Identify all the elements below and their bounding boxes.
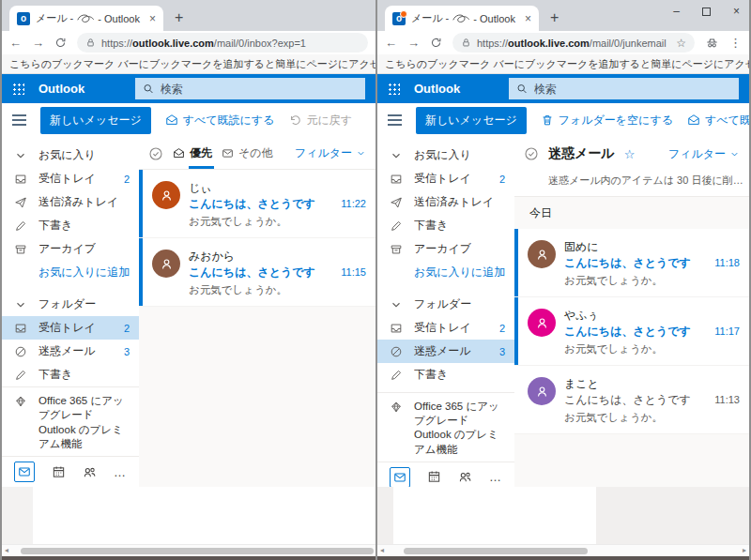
tab-other[interactable]: その他 (222, 145, 273, 169)
office365-upgrade-promo[interactable]: Office 365 にアップグレードOutlook のプレミアム機能 (2, 386, 139, 456)
desktop: o メール - - Outlook × + ← → https://outloo… (0, 0, 751, 560)
mark-all-read-button[interactable]: すべて既読にする (687, 113, 749, 129)
back-icon[interactable]: ← (9, 37, 22, 49)
scroll-left-icon[interactable]: ◂ (380, 546, 384, 554)
mail-module-icon[interactable] (14, 462, 35, 482)
horizontal-scrollbar[interactable]: ◂ ▸ (377, 544, 749, 556)
mail-module-icon[interactable] (390, 467, 410, 488)
message-row[interactable]: みおから こんにちは、さとうです 11:15 お元気でしょうか。 (139, 238, 376, 307)
sidebar-item-drafts-folder[interactable]: 下書き (2, 363, 139, 386)
browser-tab[interactable]: o メール - - Outlook × (385, 6, 539, 31)
sidebar-item-sent[interactable]: 送信済みトレイ (377, 190, 514, 214)
sidebar-item-inbox-folder[interactable]: 受信トレイ 2 (377, 316, 514, 340)
favorites-header[interactable]: お気に入り (377, 144, 514, 167)
scroll-right-icon[interactable]: ▸ (743, 546, 746, 554)
browser-tab[interactable]: o メール - - Outlook × (9, 6, 163, 31)
sidebar-item-drafts-folder[interactable]: 下書き (377, 363, 514, 386)
person-icon (160, 257, 174, 271)
filter-button[interactable]: フィルター (668, 146, 740, 162)
search-input[interactable] (534, 83, 731, 96)
select-all-icon[interactable] (524, 146, 539, 161)
tab-focused[interactable]: 優先 (173, 145, 212, 169)
new-tab-button[interactable]: + (175, 10, 183, 25)
blocked-icon (390, 345, 403, 358)
sidebar-item-drafts[interactable]: 下書き (2, 214, 139, 237)
unread-count: 2 (499, 323, 505, 334)
trash-icon (541, 114, 554, 127)
minimize-icon[interactable]: – (673, 5, 680, 18)
sidebar-item-archive[interactable]: アーカイブ (377, 237, 514, 261)
search-box[interactable] (509, 78, 739, 99)
favorite-star-icon[interactable]: ☆ (624, 147, 636, 161)
app-launcher-icon[interactable] (388, 83, 400, 95)
address-bar[interactable]: https://outlook.live.com/mail/0/junkemai… (452, 33, 695, 53)
sidebar-item-drafts[interactable]: 下書き (377, 214, 514, 237)
folders-header[interactable]: フォルダー (2, 293, 139, 316)
search-box[interactable] (135, 78, 365, 99)
scrollbar-thumb[interactable] (404, 548, 588, 554)
tab-close-icon[interactable]: × (149, 12, 156, 25)
address-bar[interactable]: https://outlook.live.com/mail/0/inbox?ex… (77, 33, 368, 53)
forward-icon[interactable]: → (32, 37, 44, 49)
maximize-icon[interactable] (702, 8, 711, 16)
horizontal-scrollbar[interactable]: ◂ (2, 544, 376, 556)
new-message-button[interactable]: 新しいメッセージ (416, 107, 527, 134)
hamburger-icon[interactable] (12, 119, 26, 121)
unread-count: 2 (124, 323, 130, 334)
select-all-icon[interactable] (148, 146, 163, 169)
reload-icon[interactable] (54, 37, 67, 49)
sidebar-item-junk[interactable]: 迷惑メール 3 (2, 340, 139, 363)
sidebar-item-sent[interactable]: 送信済みトレイ (2, 190, 139, 214)
new-tab-button[interactable]: + (550, 10, 559, 25)
sidebar-item-inbox[interactable]: 受信トレイ 2 (377, 167, 514, 190)
message-subject: こんにちは、さとうです (564, 392, 709, 408)
filter-button[interactable]: フィルター (295, 145, 366, 169)
search-input[interactable] (161, 83, 358, 96)
empty-folder-button[interactable]: フォルダーを空にする (541, 113, 673, 129)
inbox-icon (14, 173, 27, 186)
people-module-icon[interactable] (458, 470, 472, 484)
message-row[interactable]: やふぅ こんにちは、さとうです 11:17 お元気でしょうか。 (514, 297, 749, 366)
chevron-down-icon (390, 298, 403, 311)
message-subject: こんにちは、さとうです (189, 196, 335, 212)
more-modules-icon[interactable]: … (114, 465, 127, 479)
calendar-module-icon[interactable] (52, 465, 66, 479)
scrollbar-thumb[interactable] (21, 548, 374, 554)
people-module-icon[interactable] (83, 465, 97, 479)
folders-header[interactable]: フォルダー (377, 293, 514, 316)
tab-close-icon[interactable]: × (525, 12, 531, 25)
bookmark-star-icon[interactable]: ☆ (676, 37, 686, 50)
forward-icon[interactable]: → (407, 37, 420, 49)
add-to-favorites-link[interactable]: お気に入りに追加 (2, 261, 139, 284)
message-row[interactable]: 固めに こんにちは、さとうです 11:18 お元気でしょうか。 (514, 229, 749, 297)
undo-button[interactable]: 元に戻す (288, 113, 352, 129)
add-to-favorites-link[interactable]: お気に入りに追加 (377, 261, 514, 284)
back-icon[interactable]: ← (385, 37, 397, 49)
outlook-brand[interactable]: Outlook (414, 82, 460, 96)
mark-all-read-button[interactable]: すべて既読にする (165, 113, 275, 129)
message-row[interactable]: じぃ こんにちは、さとうです 11:22 お元気でしょうか。 (139, 170, 376, 238)
close-window-icon[interactable]: × (733, 5, 740, 18)
sidebar-item-inbox[interactable]: 受信トレイ 2 (2, 167, 139, 190)
message-row[interactable]: まこと こんにちは、さとうです 11:13 お元気でしょうか。 (514, 366, 749, 434)
browser-toolbar: ← → https://outlook.live.com/mail/0/junk… (377, 31, 749, 54)
calendar-module-icon[interactable] (427, 470, 441, 484)
office365-upgrade-promo[interactable]: Office 365 にアップグレードOutlook のプレミアム機能 (377, 392, 514, 462)
inbox-icon (390, 173, 403, 186)
message-list-pane: 優先 その他 フィルター じぃ (139, 137, 376, 487)
favorites-header[interactable]: お気に入り (2, 144, 139, 167)
outlook-favicon: o (392, 12, 406, 25)
scroll-left-icon[interactable]: ◂ (5, 546, 8, 554)
reload-icon[interactable] (430, 37, 442, 49)
outlook-brand[interactable]: Outlook (38, 82, 84, 96)
message-sender: じぃ (189, 181, 212, 194)
message-sender: 固めに (564, 240, 599, 253)
sidebar-item-archive[interactable]: アーカイブ (2, 237, 139, 261)
app-launcher-icon[interactable] (12, 83, 24, 95)
more-modules-icon[interactable]: … (489, 470, 502, 484)
sidebar-item-inbox-folder[interactable]: 受信トレイ 2 (2, 316, 139, 340)
new-message-button[interactable]: 新しいメッセージ (40, 107, 151, 134)
menu-kebab-icon[interactable]: ⋮ (729, 37, 742, 49)
hamburger-icon[interactable] (388, 119, 402, 121)
sidebar-item-junk[interactable]: 迷惑メール 3 (377, 340, 514, 363)
